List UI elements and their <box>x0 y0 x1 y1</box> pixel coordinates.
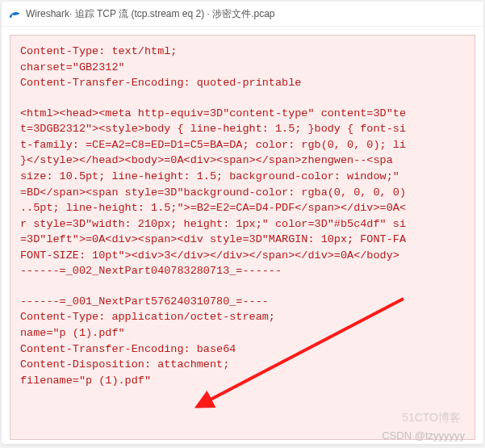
stream-line: ------=_002_NextPart040783280713_=------ <box>20 263 465 279</box>
stream-line: =3D"left">=0A<div><span><div style=3D"MA… <box>20 232 465 248</box>
stream-line <box>20 91 465 106</box>
stream-line <box>20 279 465 294</box>
stream-line: Content-Transfer-Encoding: quoted-printa… <box>20 75 465 91</box>
stream-line: ..5pt; line-height: 1.5;">=B2=E2=CA=D4-P… <box>20 200 465 216</box>
stream-line: ------=_001_NextPart576240310780_=---- <box>20 294 465 310</box>
watermark-csdn: CSDN @tzyyyyyy <box>382 429 465 442</box>
stream-line: =BD</span><span style=3D"background-colo… <box>20 185 465 201</box>
stream-line: }</style></head><body>=0A<div><span></sp… <box>20 153 465 169</box>
stream-line: t-family: =CE=A2=C8=ED=D1=C5=BA=DA; colo… <box>20 137 465 153</box>
stream-line: charset="GB2312" <box>20 60 465 76</box>
stream-line: name="p (1).pdf" <box>20 325 465 341</box>
stream-line: Content-Transfer-Encoding: base64 <box>20 341 465 358</box>
stream-line: Content-Type: application/octet-stream; <box>20 309 465 325</box>
stream-line: t=3DGB2312"><style>body { line-height: 1… <box>20 121 465 137</box>
stream-line: Content-Type: text/html; <box>20 44 465 60</box>
wireshark-icon <box>8 7 21 20</box>
wireshark-window: Wireshark· 追踪 TCP 流 (tcp.stream eq 2) · … <box>2 2 483 444</box>
window-title: Wireshark· 追踪 TCP 流 (tcp.stream eq 2) · … <box>26 7 275 21</box>
stream-line: FONT-SIZE: 10pt"><div>3</div></div></spa… <box>20 248 465 264</box>
stream-line: filename="p (1).pdf" <box>20 373 465 389</box>
stream-line: <html><head><meta http-equiv=3D"content-… <box>20 106 465 122</box>
titlebar[interactable]: Wireshark· 追踪 TCP 流 (tcp.stream eq 2) · … <box>2 2 483 27</box>
stream-line: size: 10.5pt; line-height: 1.5; backgrou… <box>20 169 465 185</box>
stream-line: r style=3D"width: 210px; height: 1px;" c… <box>20 216 465 232</box>
stream-content[interactable]: Content-Type: text/html; charset="GB2312… <box>10 35 475 440</box>
stream-line: Content-Disposition: attachment; <box>20 357 465 373</box>
watermark-51cto: 51CTO博客 <box>402 411 461 425</box>
